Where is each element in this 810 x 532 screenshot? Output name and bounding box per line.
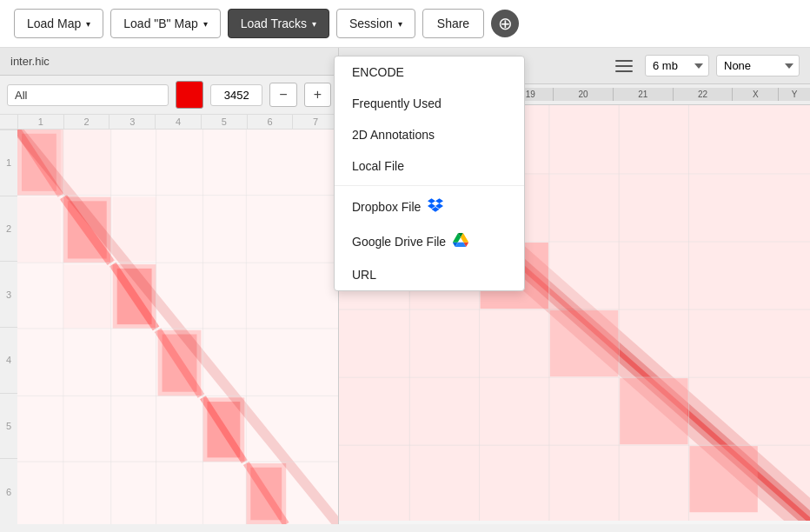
toolbar: Load Map ▾ Load "B" Map ▾ Load Tracks ▾ … [0, 0, 810, 48]
svg-rect-51 [550, 310, 618, 376]
share-label: Share [437, 17, 469, 30]
dropdown-item-encode[interactable]: ENCODE [335, 57, 524, 88]
chrom-label-top-1: 1 [17, 115, 63, 129]
chrom-label-left-5: 5 [0, 393, 17, 459]
load-b-map-caret-icon: ▾ [203, 19, 208, 29]
resolution-select[interactable]: 6 mb 1 mb 500 kb 250 kb 100 kb [645, 55, 709, 76]
chrom-label-top-2: 2 [63, 115, 110, 129]
controls-row: − + [0, 76, 338, 115]
chrom-label-top-3: 3 [109, 115, 155, 129]
chrom-label-left-1: 1 [0, 130, 17, 196]
svg-rect-52 [620, 378, 687, 444]
dropdown-divider [335, 185, 524, 186]
session-button[interactable]: Session ▾ [336, 9, 415, 38]
chrom-label-top-7: 7 [292, 115, 338, 129]
hamburger-icon [615, 60, 633, 72]
google-drive-icon [453, 233, 468, 250]
load-map-button[interactable]: Load Map ▾ [14, 9, 103, 38]
value-input[interactable] [210, 84, 262, 106]
chrom-label-left-2: 2 [0, 196, 17, 262]
chrom-strip-21: 21 [614, 88, 674, 101]
load-b-map-button[interactable]: Load "B" Map ▾ [110, 9, 220, 38]
chrom-label-top-4: 4 [155, 115, 201, 129]
encode-label: ENCODE [352, 65, 404, 79]
dropbox-icon [428, 198, 443, 216]
session-caret-icon: ▾ [398, 19, 402, 29]
chromosome-select[interactable] [7, 84, 169, 106]
increment-button[interactable]: + [304, 83, 331, 107]
chrom-label-top-5: 5 [201, 115, 247, 129]
decrement-button[interactable]: − [269, 83, 296, 107]
hamburger-line-1 [615, 60, 633, 62]
dropdown-item-frequently-used[interactable]: Frequently Used [335, 88, 524, 119]
load-b-map-label: Load "B" Map [123, 17, 197, 30]
svg-rect-24 [17, 197, 61, 263]
plus-icon: ⊕ [498, 15, 513, 32]
load-tracks-dropdown: ENCODE Frequently Used 2D Annotations Lo… [334, 56, 525, 291]
svg-rect-26 [63, 264, 111, 329]
share-button[interactable]: Share [422, 9, 484, 38]
local-file-label: Local File [352, 159, 404, 173]
panel-title: inter.hic [10, 55, 50, 68]
svg-rect-47 [548, 241, 618, 309]
url-label: URL [352, 268, 376, 282]
dropdown-item-url[interactable]: URL [335, 259, 524, 290]
chrom-label-left-6: 6 [0, 458, 17, 524]
hamburger-line-3 [615, 70, 633, 72]
dropdown-item-2d-annotations[interactable]: 2D Annotations [335, 119, 524, 150]
left-panel: inter.hic − + 1 2 3 4 5 6 7 [0, 48, 339, 524]
chrom-label-left-4: 4 [0, 327, 17, 393]
chrom-strip-20: 20 [554, 88, 614, 101]
load-tracks-label: Load Tracks [241, 17, 307, 30]
load-tracks-caret-icon: ▾ [312, 19, 316, 29]
chrom-axis-top: 1 2 3 4 5 6 7 [0, 115, 338, 130]
load-tracks-button[interactable]: Load Tracks ▾ [228, 9, 329, 38]
add-button[interactable]: ⊕ [491, 10, 519, 37]
chrom-strip-22: 22 [674, 88, 734, 101]
chrom-strip-x: X [733, 88, 779, 101]
chrom-strip-y: Y [779, 88, 810, 101]
panel-header: inter.hic [0, 48, 338, 76]
load-map-label: Load Map [27, 17, 81, 30]
heatmap-canvas [17, 130, 338, 524]
2d-annotations-label: 2D Annotations [352, 128, 435, 142]
svg-rect-23 [63, 130, 111, 196]
session-label: Session [349, 17, 393, 30]
hamburger-line-2 [615, 65, 633, 67]
frequently-used-label: Frequently Used [352, 96, 442, 110]
dropdown-item-local-file[interactable]: Local File [335, 150, 524, 182]
chrom-label-top-6: 6 [247, 115, 293, 129]
heatmap-svg [17, 130, 338, 524]
dropbox-file-label: Dropbox File [352, 200, 421, 214]
dropdown-item-google-drive[interactable]: Google Drive File [335, 224, 524, 259]
chrom-label-left-3: 3 [0, 261, 17, 327]
dropdown-item-dropbox[interactable]: Dropbox File [335, 190, 524, 224]
chrom-axis-left: 1 2 3 4 5 6 [0, 130, 17, 524]
google-drive-file-label: Google Drive File [352, 235, 446, 249]
heatmap-area: 1 2 3 4 5 6 [0, 130, 338, 524]
load-map-caret-icon: ▾ [86, 19, 90, 29]
svg-rect-53 [689, 446, 757, 512]
menu-button[interactable] [610, 58, 638, 74]
normalization-select[interactable]: None KR VC VC_SQRT SCALE [716, 55, 800, 76]
color-swatch[interactable] [176, 81, 203, 109]
